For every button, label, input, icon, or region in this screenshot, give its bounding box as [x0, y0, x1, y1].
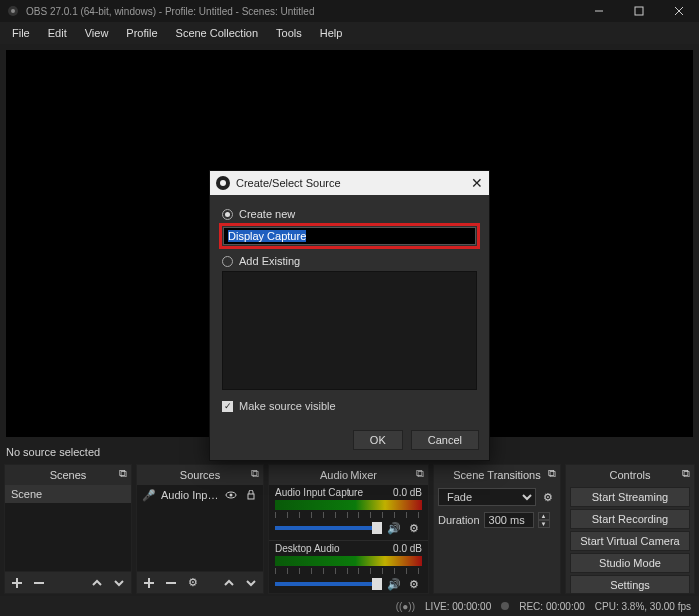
start-virtual-camera-button[interactable]: Start Virtual Camera	[570, 531, 690, 551]
lock-icon[interactable]	[243, 487, 259, 503]
dialog-close-button[interactable]: ✕	[471, 175, 483, 191]
audio-meter	[275, 556, 422, 566]
start-streaming-button[interactable]: Start Streaming	[570, 487, 690, 507]
menu-edit[interactable]: Edit	[40, 25, 75, 41]
eye-icon[interactable]	[223, 487, 239, 503]
menu-scene-collection[interactable]: Scene Collection	[168, 25, 267, 41]
spin-up[interactable]: ▲	[538, 512, 550, 520]
controls-title: Controls	[610, 469, 651, 481]
svg-point-1	[11, 9, 15, 13]
add-source-button[interactable]	[141, 575, 157, 591]
transition-select[interactable]: Fade	[438, 488, 536, 506]
mixer-track: Desktop Audio0.0 dB 🔊 ⚙	[269, 541, 428, 593]
popout-icon[interactable]: ⧉	[682, 467, 690, 480]
remove-source-button[interactable]	[163, 575, 179, 591]
source-properties-button[interactable]: ⚙	[185, 575, 201, 591]
source-name-input[interactable]: Display Capture	[223, 227, 476, 245]
menubar: File Edit View Profile Scene Collection …	[0, 22, 699, 44]
add-scene-button[interactable]	[9, 575, 25, 591]
statusbar: ((●)) LIVE: 00:00:00 REC: 00:00:00 CPU: …	[0, 596, 699, 616]
source-down-button[interactable]	[243, 575, 259, 591]
popout-icon[interactable]: ⧉	[119, 467, 127, 480]
mixer-title: Audio Mixer	[320, 469, 377, 481]
speaker-icon[interactable]: 🔊	[386, 576, 402, 592]
window-maximize-button[interactable]	[619, 0, 659, 22]
status-cpu: CPU: 3.8%, 30.00 fps	[595, 601, 691, 612]
status-rec: REC: 00:00:00	[519, 601, 585, 612]
window-title: OBS 27.0.1 (64-bit, windows) - Profile: …	[26, 6, 314, 17]
duration-label: Duration	[438, 514, 480, 526]
sources-title: Sources	[180, 469, 220, 481]
existing-sources-list[interactable]	[222, 271, 477, 390]
add-existing-radio[interactable]: Add Existing	[222, 255, 477, 267]
start-recording-button[interactable]: Start Recording	[570, 509, 690, 529]
broadcast-icon: ((●))	[396, 601, 415, 612]
mixer-track: Audio Input Capture0.0 dB 🔊 ⚙	[269, 485, 428, 541]
popout-icon[interactable]: ⧉	[416, 467, 424, 480]
source-item[interactable]: 🎤 Audio Input Captu.	[137, 485, 263, 505]
duration-input[interactable]	[484, 512, 534, 528]
popout-icon[interactable]: ⧉	[251, 467, 259, 480]
create-select-source-dialog: Create/Select Source ✕ Create new Displa…	[209, 170, 490, 461]
gear-icon[interactable]: ⚙	[406, 520, 422, 536]
app-icon	[6, 4, 20, 18]
audio-mixer-panel: Audio Mixer⧉ Audio Input Capture0.0 dB 🔊…	[268, 464, 429, 594]
popout-icon[interactable]: ⧉	[548, 467, 556, 480]
svg-rect-3	[635, 7, 643, 15]
menu-view[interactable]: View	[77, 25, 117, 41]
transitions-title: Scene Transitions	[453, 469, 540, 481]
volume-slider[interactable]	[275, 582, 382, 586]
radio-icon	[222, 256, 233, 267]
audio-meter	[275, 500, 422, 510]
window-titlebar: OBS 27.0.1 (64-bit, windows) - Profile: …	[0, 0, 699, 22]
highlight-box: Display Capture	[219, 223, 480, 249]
cancel-button[interactable]: Cancel	[411, 430, 479, 450]
svg-point-10	[230, 494, 233, 497]
radio-icon	[222, 209, 233, 220]
source-up-button[interactable]	[221, 575, 237, 591]
scene-up-button[interactable]	[89, 575, 105, 591]
settings-button[interactable]: Settings	[570, 575, 690, 593]
microphone-icon: 🎤	[141, 487, 157, 503]
scenes-title: Scenes	[50, 469, 87, 481]
speaker-icon[interactable]: 🔊	[386, 520, 402, 536]
obs-icon	[216, 176, 230, 190]
controls-panel: Controls⧉ Start Streaming Start Recordin…	[565, 464, 695, 594]
checkbox-icon: ✓	[222, 401, 233, 412]
gear-icon[interactable]: ⚙	[540, 489, 556, 505]
spin-down[interactable]: ▼	[538, 520, 550, 528]
window-minimize-button[interactable]	[579, 0, 619, 22]
scene-transitions-panel: Scene Transitions⧉ Fade ⚙ Duration ▲▼	[433, 464, 561, 594]
sources-panel: Sources⧉ 🎤 Audio Input Captu. ⚙	[136, 464, 264, 594]
scenes-panel: Scenes⧉ Scene	[4, 464, 132, 594]
create-new-radio[interactable]: Create new	[222, 208, 477, 220]
volume-slider[interactable]	[275, 526, 382, 530]
dialog-titlebar: Create/Select Source ✕	[210, 171, 489, 195]
make-visible-checkbox[interactable]: ✓ Make source visible	[222, 400, 477, 412]
window-close-button[interactable]	[659, 0, 699, 22]
scene-item[interactable]: Scene	[5, 485, 131, 503]
svg-rect-11	[248, 494, 254, 499]
remove-scene-button[interactable]	[31, 575, 47, 591]
rec-indicator-icon	[501, 602, 509, 610]
menu-help[interactable]: Help	[312, 25, 350, 41]
menu-file[interactable]: File	[4, 25, 38, 41]
menu-profile[interactable]: Profile	[118, 25, 165, 41]
studio-mode-button[interactable]: Studio Mode	[570, 553, 690, 573]
dialog-title: Create/Select Source	[236, 177, 341, 189]
gear-icon[interactable]: ⚙	[406, 576, 422, 592]
ok-button[interactable]: OK	[353, 430, 403, 450]
scene-down-button[interactable]	[111, 575, 127, 591]
menu-tools[interactable]: Tools	[268, 25, 310, 41]
status-live: LIVE: 00:00:00	[425, 601, 491, 612]
